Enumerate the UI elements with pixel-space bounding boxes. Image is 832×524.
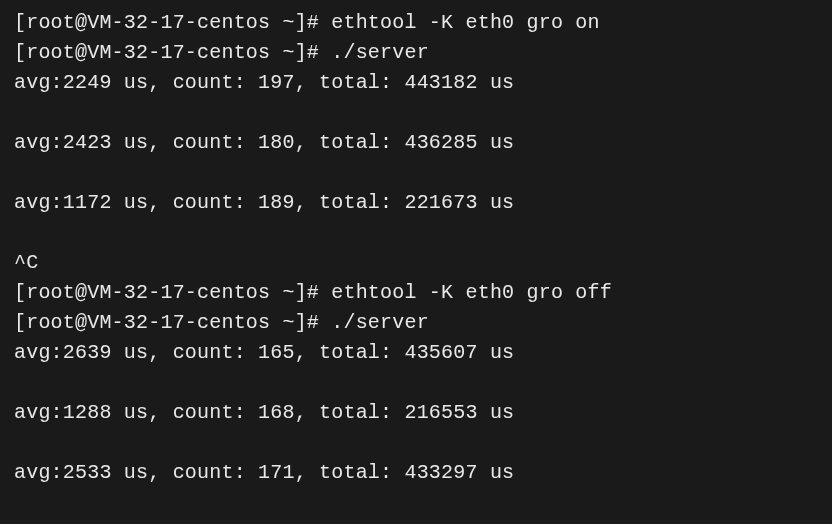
terminal-blank-line <box>14 158 818 188</box>
terminal-line: [root@VM-32-17-centos ~]# ./server <box>14 38 818 68</box>
terminal-blank-line <box>14 98 818 128</box>
terminal-line: ^C <box>14 248 818 278</box>
terminal-line: [root@VM-32-17-centos ~]# ./server <box>14 308 818 338</box>
terminal-line: avg:2639 us, count: 165, total: 435607 u… <box>14 338 818 368</box>
terminal-blank-line <box>14 218 818 248</box>
terminal-blank-line <box>14 428 818 458</box>
terminal-blank-line <box>14 368 818 398</box>
terminal-line: [root@VM-32-17-centos ~]# ethtool -K eth… <box>14 8 818 38</box>
terminal-line: avg:1288 us, count: 168, total: 216553 u… <box>14 398 818 428</box>
terminal-line: avg:2249 us, count: 197, total: 443182 u… <box>14 68 818 98</box>
terminal-output: [root@VM-32-17-centos ~]# ethtool -K eth… <box>14 8 818 488</box>
terminal-line: avg:1172 us, count: 189, total: 221673 u… <box>14 188 818 218</box>
terminal-line: [root@VM-32-17-centos ~]# ethtool -K eth… <box>14 278 818 308</box>
terminal-line: avg:2533 us, count: 171, total: 433297 u… <box>14 458 818 488</box>
terminal-line: avg:2423 us, count: 180, total: 436285 u… <box>14 128 818 158</box>
